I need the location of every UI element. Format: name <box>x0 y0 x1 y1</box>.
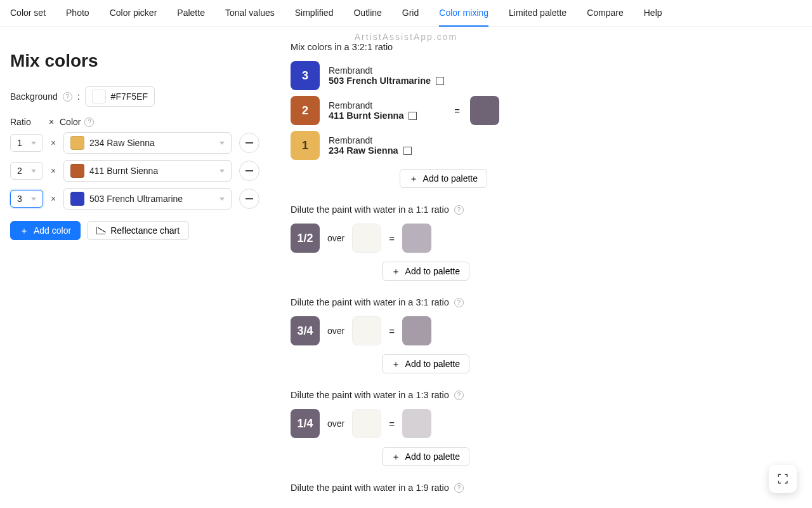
over-swatch <box>352 316 381 345</box>
tab-simplified[interactable]: Simplified <box>295 0 334 26</box>
dilution-title: Dilute the paint with water in a 3:1 rat… <box>291 297 449 307</box>
brand-label: Rembrandt <box>329 100 417 110</box>
minus-icon <box>246 142 253 144</box>
plus-icon: ＋ <box>20 226 29 235</box>
reflectance-chart-button[interactable]: Reflectance chart <box>87 221 189 240</box>
mix-component: 2 Rembrandt 411 Burnt Sienna <box>291 96 444 125</box>
color-swatch <box>70 164 84 178</box>
equals-sign: = <box>389 233 395 244</box>
color-name: 411 Burnt Sienna <box>89 166 158 176</box>
brand-label: Rembrandt <box>329 65 444 76</box>
ratio-badge: 1 <box>291 131 320 160</box>
expand-icon <box>777 473 789 485</box>
chevron-down-icon <box>31 142 36 145</box>
watermark: ArtistAssistApp.com <box>0 27 812 42</box>
equals-sign: = <box>454 105 460 116</box>
paint-name: 503 French Ultramarine <box>329 76 431 86</box>
help-icon[interactable]: ? <box>454 205 464 215</box>
ratio-badge: 2 <box>291 96 320 125</box>
dilution-result-swatch <box>402 224 431 253</box>
ratio-select[interactable]: 2 <box>10 162 43 180</box>
color-row: 2 × 411 Burnt Sienna <box>10 160 270 182</box>
ratio-select[interactable]: 3 <box>10 190 43 208</box>
tab-grid[interactable]: Grid <box>402 0 419 26</box>
add-color-button[interactable]: ＋ Add color <box>10 221 81 240</box>
tab-color-mixing[interactable]: Color mixing <box>439 0 488 27</box>
chart-icon <box>96 227 105 234</box>
tab-color-picker[interactable]: Color picker <box>110 0 157 26</box>
over-swatch <box>352 409 381 438</box>
ratio-select[interactable]: 1 <box>10 134 43 152</box>
header-times: × <box>43 117 60 127</box>
background-hex: #F7F5EF <box>111 91 148 102</box>
header-color: Color <box>60 117 81 127</box>
chevron-down-icon <box>219 170 225 173</box>
color-row: 3 × 503 French Ultramarine <box>10 188 270 210</box>
dilution-title: Dilute the paint with water in a 1:3 rat… <box>291 390 449 400</box>
tab-color-set[interactable]: Color set <box>10 0 46 26</box>
dilution-title: Dilute the paint with water in a 1:1 rat… <box>291 204 449 215</box>
color-swatch <box>70 136 84 150</box>
help-icon[interactable]: ? <box>84 117 94 127</box>
add-to-palette-button[interactable]: ＋ Add to palette <box>382 447 469 466</box>
ratio-badge: 3 <box>291 61 320 90</box>
brand-label: Rembrandt <box>329 135 412 145</box>
add-to-palette-button[interactable]: ＋ Add to palette <box>400 169 487 188</box>
color-select[interactable]: 503 French Ultramarine <box>63 188 232 210</box>
over-label: over <box>327 233 344 243</box>
tab-palette[interactable]: Palette <box>177 0 205 26</box>
remove-color-button[interactable] <box>239 133 259 153</box>
plus-icon: ＋ <box>391 452 400 461</box>
background-label: Background <box>10 91 58 102</box>
help-icon[interactable]: ? <box>454 391 464 400</box>
plus-icon: ＋ <box>391 267 400 276</box>
remove-color-button[interactable] <box>239 189 259 209</box>
crop-icon[interactable] <box>436 77 444 85</box>
dilution-badge: 1/4 <box>291 409 320 438</box>
chevron-down-icon <box>219 142 225 145</box>
page-title: Mix colors <box>10 51 270 71</box>
dilution-title: Dilute the paint with water in a 1:9 rat… <box>291 483 449 493</box>
equals-sign: = <box>389 418 395 429</box>
add-to-palette-button[interactable]: ＋ Add to palette <box>382 354 469 373</box>
background-swatch <box>92 90 106 104</box>
crop-icon[interactable] <box>409 112 417 120</box>
tab-limited-palette[interactable]: Limited palette <box>509 0 566 26</box>
add-to-palette-label: Add to palette <box>405 451 460 462</box>
over-swatch <box>352 224 381 253</box>
add-to-palette-button[interactable]: ＋ Add to palette <box>382 262 469 281</box>
help-icon[interactable]: ? <box>63 92 72 102</box>
tab-help[interactable]: Help <box>644 0 662 26</box>
tab-outline[interactable]: Outline <box>353 0 381 26</box>
tab-tonal-values[interactable]: Tonal values <box>225 0 275 26</box>
tab-photo[interactable]: Photo <box>66 0 89 26</box>
chevron-down-icon <box>31 170 36 173</box>
reflectance-label: Reflectance chart <box>110 225 180 236</box>
mix-component: 3 Rembrandt 503 French Ultramarine <box>291 61 444 90</box>
add-to-palette-label: Add to palette <box>423 173 478 184</box>
background-input[interactable]: #F7F5EF <box>85 86 155 107</box>
tab-compare[interactable]: Compare <box>587 0 624 26</box>
remove-color-button[interactable] <box>239 161 259 181</box>
plus-icon: ＋ <box>409 174 418 183</box>
help-icon[interactable]: ? <box>454 483 464 493</box>
crop-icon[interactable] <box>403 147 412 155</box>
fullscreen-button[interactable] <box>769 465 797 493</box>
add-to-palette-label: Add to palette <box>405 359 460 369</box>
color-select[interactable]: 234 Raw Sienna <box>63 132 232 154</box>
equals-sign: = <box>389 326 395 337</box>
dilution-badge: 1/2 <box>291 224 320 253</box>
color-select[interactable]: 411 Burnt Sienna <box>63 160 232 182</box>
color-row: 1 × 234 Raw Sienna <box>10 132 270 154</box>
times-sep: × <box>51 166 56 176</box>
mix-result-swatch <box>470 96 499 125</box>
ratio-value: 3 <box>17 194 22 204</box>
dilution-badge: 3/4 <box>291 316 320 345</box>
mix-component: 1 Rembrandt 234 Raw Sienna <box>291 131 444 160</box>
minus-icon <box>246 198 253 199</box>
dilution-result-swatch <box>402 409 431 438</box>
times-sep: × <box>51 138 56 148</box>
add-color-label: Add color <box>34 225 71 236</box>
add-to-palette-label: Add to palette <box>405 266 460 276</box>
help-icon[interactable]: ? <box>454 298 464 307</box>
